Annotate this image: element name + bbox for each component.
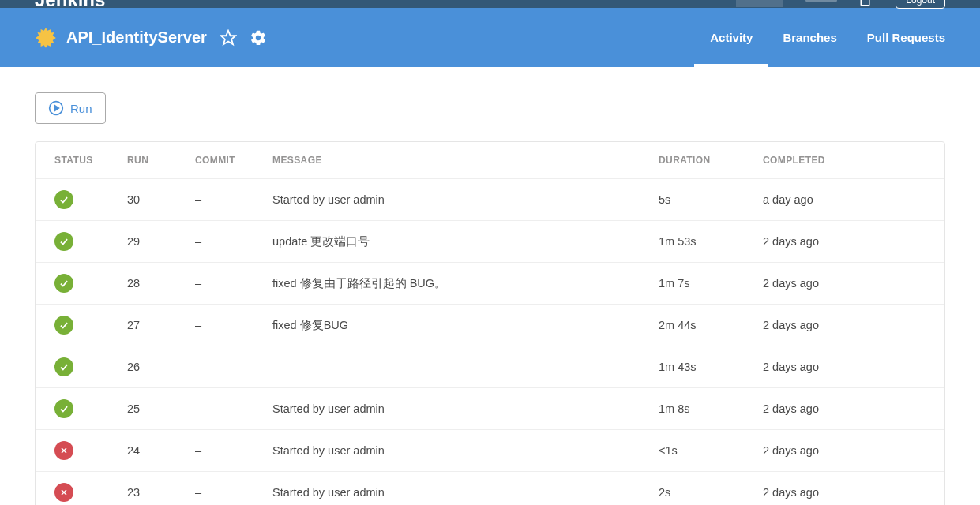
run-number: 24 [127,444,195,457]
admin-link[interactable] [805,0,837,2]
x-icon [54,441,73,460]
commit: – [195,402,272,415]
tab-branches[interactable]: Branches [783,8,836,67]
commit: – [195,361,272,373]
col-duration: DURATION [659,155,763,166]
run-number: 29 [127,235,195,248]
duration: 2s [659,486,763,499]
message: Started by user admin [272,486,659,499]
duration: 1m 53s [659,235,763,248]
commit: – [195,486,272,499]
duration: 1m 8s [659,402,763,415]
table-row[interactable]: 29–update 更改端口号1m 53s2 days ago [36,220,944,262]
duration: <1s [659,444,763,457]
tab-activity[interactable]: Activity [710,8,753,67]
runs-table: STATUS RUN COMMIT MESSAGE DURATION COMPL… [35,141,945,505]
completed: 2 days ago [763,277,897,290]
play-circle-icon [48,100,64,116]
run-number: 27 [127,319,195,331]
check-icon [54,190,73,209]
run-number: 30 [127,193,195,206]
check-icon [54,357,73,376]
completed: 2 days ago [763,235,897,248]
duration: 5s [659,193,763,206]
check-icon [54,316,73,335]
table-row[interactable]: 26–1m 43s2 days ago [36,346,944,387]
completed: 2 days ago [763,444,897,457]
content: Run STATUS RUN COMMIT MESSAGE DURATION C… [0,67,980,505]
table-header: STATUS RUN COMMIT MESSAGE DURATION COMPL… [36,142,944,178]
tab-pull-requests[interactable]: Pull Requests [867,8,945,67]
run-number: 25 [127,402,195,415]
table-row[interactable]: 24–Started by user admin<1s2 days ago [36,429,944,471]
sun-icon [35,27,57,49]
gear-icon[interactable] [250,29,267,47]
table-row[interactable]: 23–Started by user admin2s2 days ago [36,471,944,505]
message: Started by user admin [272,193,659,206]
table-row[interactable]: 27–fixed 修复BUG2m 44s2 days ago [36,304,944,346]
x-icon [54,483,73,502]
commit: – [195,235,272,248]
svg-rect-0 [862,0,870,6]
project-header-left: API_IdentityServer [35,27,267,49]
commit: – [195,444,272,457]
message: fixed 修复BUG [272,318,659,333]
commit: – [195,277,272,290]
table-row[interactable]: 25–Started by user admin1m 8s2 days ago [36,387,944,429]
project-title: API_IdentityServer [66,28,207,47]
svg-marker-5 [54,106,58,111]
run-number: 28 [127,277,195,290]
completed: 2 days ago [763,486,897,499]
col-status: STATUS [54,155,127,166]
message: Started by user admin [272,444,659,457]
jenkins-logo[interactable]: Jenkins [35,0,105,11]
col-commit: COMMIT [195,155,272,166]
completed: 2 days ago [763,319,897,331]
col-completed: COMPLETED [763,155,897,166]
duration: 1m 43s [659,361,763,373]
run-number: 23 [127,486,195,499]
message: update 更改端口号 [272,234,659,249]
run-button[interactable]: Run [35,92,106,124]
exit-icon[interactable] [859,0,873,7]
commit: – [195,193,272,206]
tabs: Activity Branches Pull Requests [710,8,945,67]
table-row[interactable]: 28–fixed 修复由于路径引起的 BUG。1m 7s2 days ago [36,262,944,304]
svg-marker-3 [221,30,235,43]
check-icon [54,399,73,418]
pipelines-link[interactable] [736,0,783,7]
header-top: Jenkins Logout [0,0,980,8]
commit: – [195,319,272,331]
completed: a day ago [763,193,897,206]
completed: 2 days ago [763,402,897,415]
check-icon [54,274,73,293]
col-message: MESSAGE [272,155,659,166]
star-icon[interactable] [220,29,237,47]
duration: 2m 44s [659,319,763,331]
message: fixed 修复由于路径引起的 BUG。 [272,276,659,291]
duration: 1m 7s [659,277,763,290]
col-run: RUN [127,155,195,166]
svg-point-2 [40,32,51,43]
check-icon [54,232,73,251]
run-number: 26 [127,361,195,373]
completed: 2 days ago [763,361,897,373]
message: Started by user admin [272,402,659,415]
table-row[interactable]: 30–Started by user admin5sa day ago [36,178,944,220]
run-button-label: Run [70,102,92,115]
header-sub: API_IdentityServer Activity Branches Pul… [0,8,980,67]
